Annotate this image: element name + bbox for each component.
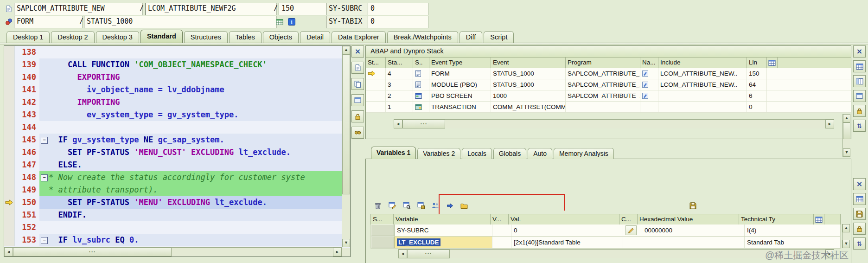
info-icon[interactable]: i xyxy=(287,17,297,27)
layout-icon[interactable] xyxy=(274,17,285,27)
tab-structures[interactable]: Structures xyxy=(184,31,228,43)
code-line[interactable]: 141 iv_object_name = lv_ddobjname xyxy=(4,83,342,96)
stack-col-include[interactable]: Include xyxy=(658,58,747,68)
event-type-field[interactable]: FORM xyxy=(14,16,83,28)
watchpoint-icon[interactable] xyxy=(351,127,364,139)
sy-tabix-value[interactable]: 0 xyxy=(368,16,428,28)
fold-toggle-icon[interactable]: − xyxy=(41,174,48,181)
variables-vertical-scrollbar[interactable]: ▲ ▼ xyxy=(842,224,850,248)
tab-desktop-1[interactable]: Desktop 1 xyxy=(6,31,50,43)
lock-icon[interactable] xyxy=(853,223,866,235)
vars-col-val[interactable]: Val. xyxy=(509,214,619,225)
vars-col-s[interactable]: S... xyxy=(371,214,394,225)
code-line[interactable]: 147 ELSE. xyxy=(4,159,342,171)
table-settings-icon[interactable] xyxy=(853,60,866,72)
choose-columns-icon[interactable] xyxy=(853,75,866,87)
code-line[interactable]: 140 EXPORTING xyxy=(4,71,342,83)
detach-view-icon[interactable] xyxy=(351,94,364,106)
stack-col-sta[interactable]: Sta... xyxy=(386,58,413,68)
display-variable-icon[interactable] xyxy=(401,200,412,211)
line-field[interactable]: 150 xyxy=(279,3,329,15)
scroll-thumb[interactable] xyxy=(843,122,850,139)
sort-icon[interactable]: ⇅ xyxy=(853,120,866,132)
sy-subrc-value[interactable]: 0 xyxy=(368,3,428,15)
scroll-down-button[interactable]: ▼ xyxy=(342,239,350,247)
code-line[interactable]: 142 IMPORTING xyxy=(4,96,342,109)
table-settings-icon[interactable] xyxy=(767,58,778,68)
tab-diff[interactable]: Diff xyxy=(460,31,483,43)
code-line[interactable]: 139 CALL FUNCTION 'COM_OBJECT_NAMESPACE_… xyxy=(4,58,342,71)
code-line[interactable]: 146 SET PF-STATUS 'MENU_CUST' EXCLUDING … xyxy=(4,146,342,159)
save-layout-icon[interactable] xyxy=(687,200,698,211)
code-line[interactable]: 143 ev_system_type = gv_system_type. xyxy=(4,109,342,121)
code-line[interactable]: 144 xyxy=(4,121,342,134)
code-line[interactable]: 150 SET PF-STATUS 'MENU' EXCLUDING lt_ex… xyxy=(4,196,342,209)
scroll-up-button[interactable]: ▲ xyxy=(342,46,350,54)
variable-name-cell[interactable]: LT_EXCLUDE xyxy=(395,237,492,248)
tab-objects[interactable]: Objects xyxy=(263,31,299,43)
goto-icon[interactable] xyxy=(444,200,455,211)
row-selector[interactable] xyxy=(371,225,395,236)
tab-variables-2[interactable]: Variables 2 xyxy=(417,148,460,159)
close-icon[interactable]: × xyxy=(853,45,866,58)
row-selector[interactable] xyxy=(371,237,395,248)
variable-row[interactable]: LT_EXCLUDE[2x1(40)]Standard TableStandar… xyxy=(370,237,841,249)
change-variable-icon[interactable] xyxy=(387,200,398,211)
tab-auto[interactable]: Auto xyxy=(528,148,552,159)
event-field[interactable]: STATUS_1000 xyxy=(84,16,277,28)
tab-standard[interactable]: Standard xyxy=(140,30,183,43)
services-icon[interactable] xyxy=(459,200,470,211)
delete-variables-icon[interactable] xyxy=(372,200,383,211)
tab-tables[interactable]: Tables xyxy=(229,31,262,43)
stack-row[interactable]: 2PBO SCREEN1000SAPLCOM_ATTRIBUTE_..6 xyxy=(366,90,851,102)
table-settings-icon[interactable] xyxy=(814,214,824,225)
code-line[interactable]: 138 xyxy=(4,46,342,58)
nav-icon[interactable] xyxy=(642,71,648,77)
detail-view-icon[interactable] xyxy=(853,90,866,102)
tab-data-explorer[interactable]: Data Explorer xyxy=(332,31,386,43)
fold-toggle-icon[interactable]: − xyxy=(41,237,48,244)
vars-col-hexadecimal-value[interactable]: Hexadecimal Value xyxy=(638,214,739,225)
stack-col-s[interactable]: S.. xyxy=(413,58,429,68)
lock-icon[interactable] xyxy=(351,110,364,122)
stack-row[interactable]: 1TRANSACTIONCOMM_ATTRSET(COMM..0 xyxy=(366,102,851,113)
scroll-up-button[interactable]: ▲ xyxy=(843,114,850,122)
stack-col-lin[interactable]: Lin xyxy=(747,58,767,68)
code-line[interactable]: 153− IF lv_subrc EQ 0. xyxy=(4,234,342,246)
scroll-left-button[interactable]: ◄ xyxy=(394,120,402,128)
scroll-up-button[interactable]: ▲ xyxy=(842,224,850,232)
tab-detail[interactable]: Detail xyxy=(300,31,330,43)
variable-row[interactable]: SY-SUBRC000000000I(4) xyxy=(370,225,841,237)
code-line[interactable]: 152 xyxy=(4,221,342,234)
tab-locals[interactable]: Locals xyxy=(462,148,491,159)
mode-icon[interactable] xyxy=(4,4,14,14)
code-line[interactable]: 145− IF gv_system_type NE gc_sap_system. xyxy=(4,134,342,146)
stack-row[interactable]: 3MODULE (PBO)STATUS_1000SAPLCOM_ATTRIBUT… xyxy=(366,79,851,90)
variable-value-cell[interactable]: 0 xyxy=(511,225,623,236)
tab-break-watchpoints[interactable]: Break./Watchpoints xyxy=(387,31,458,43)
code-line[interactable]: 148−* Now create the status accordingly … xyxy=(4,171,342,184)
tab-memory-analysis[interactable]: Memory Analysis xyxy=(554,148,614,159)
save-variable-icon[interactable] xyxy=(415,200,427,211)
code-vertical-scrollbar[interactable]: ▲ ▼ xyxy=(342,46,350,247)
tab-desktop-2[interactable]: Desktop 2 xyxy=(51,31,94,43)
nav-icon[interactable] xyxy=(642,93,648,99)
variable-value-cell[interactable]: [2x1(40)]Standard Table xyxy=(511,237,623,248)
close-icon[interactable]: × xyxy=(351,45,364,58)
stack-col-event[interactable]: Event xyxy=(491,58,566,68)
scroll-left-button[interactable]: ◄ xyxy=(398,250,407,258)
nav-icon[interactable] xyxy=(642,82,648,88)
tab-variables-1[interactable]: Variables 1 xyxy=(371,147,416,159)
new-page-icon[interactable] xyxy=(351,62,364,74)
scroll-down-button[interactable]: ▼ xyxy=(842,240,850,248)
table-settings-icon[interactable] xyxy=(853,193,866,205)
save-layout-icon[interactable] xyxy=(853,208,866,220)
vars-col-c[interactable]: C... xyxy=(619,214,638,225)
edit-value-button[interactable] xyxy=(625,225,637,235)
stack-col-event-type[interactable]: Event Type xyxy=(429,58,491,68)
vars-col-variable[interactable]: Variable xyxy=(394,214,491,225)
tab-desktop-3[interactable]: Desktop 3 xyxy=(96,31,139,43)
vars-col-v[interactable]: V... xyxy=(491,214,509,225)
scroll-thumb[interactable]: ··· xyxy=(402,120,445,128)
include-field[interactable]: LCOM_ATTRIBUTE_NEWF2G xyxy=(145,3,277,15)
